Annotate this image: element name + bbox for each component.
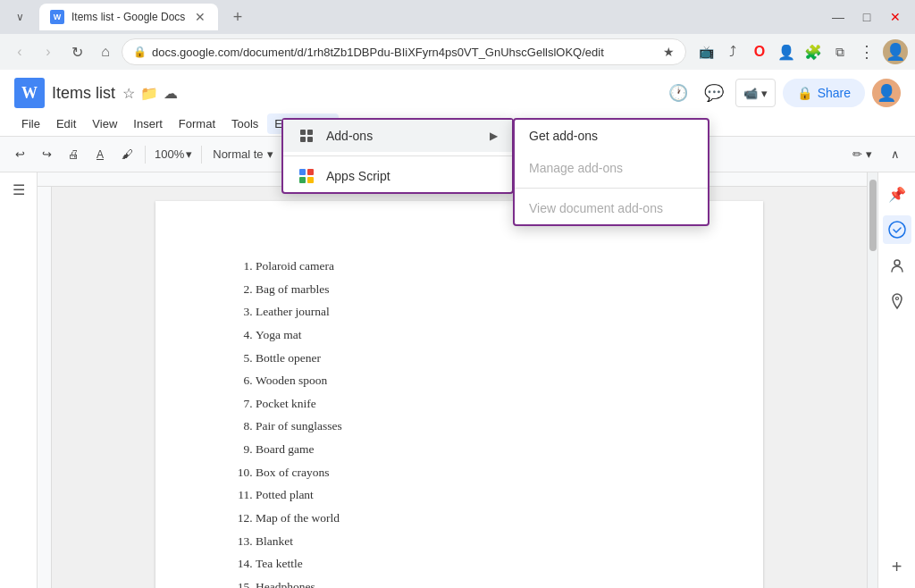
list-item: Blanket (256, 530, 692, 553)
forward-button[interactable]: › (36, 39, 61, 64)
browser-share-icon[interactable]: ⤴ (720, 39, 745, 64)
vertical-scrollbar[interactable] (867, 172, 877, 588)
outline-icon[interactable]: ☰ (13, 181, 25, 198)
svg-rect-4 (307, 130, 313, 135)
svg-rect-6 (307, 137, 313, 142)
svg-rect-7 (299, 169, 306, 175)
list-item: Wooden spoon (256, 369, 692, 392)
contacts-icon[interactable] (883, 251, 911, 280)
toolbar-divider-1 (145, 146, 146, 164)
paint-format-button[interactable]: 🖌 (114, 142, 139, 167)
style-arrow: ▾ (267, 147, 273, 161)
list-item: Headphones (256, 575, 692, 588)
user-profile-avatar[interactable]: 👤 (883, 39, 908, 64)
history-icon[interactable]: 🕐 (664, 79, 693, 107)
scrollbar-thumb[interactable] (869, 180, 877, 251)
doc-scroll-area[interactable]: Polaroid camera Bag of marbles Leather j… (38, 187, 867, 588)
redo-button[interactable]: ↪ (34, 142, 59, 167)
list-item: Leather journal (256, 300, 692, 323)
view-document-addons-item[interactable]: View document add-ons (515, 192, 708, 224)
browser-more-icon[interactable]: ⋮ (854, 39, 879, 64)
apps-script-menu-item[interactable]: Apps Script (283, 160, 512, 192)
close-button[interactable]: ✕ (883, 4, 908, 29)
title-bar: ∨ W Items list - Google Docs ✕ + — □ ✕ (0, 0, 915, 34)
list-item: Board game (256, 438, 692, 461)
docs-title-row: W Items list ☆ 📁 ☁ 🕐 💬 📹 ▾ 🔒 Share 👤 (14, 75, 901, 111)
meet-button[interactable]: 📹 ▾ (735, 79, 776, 107)
manage-addons-item[interactable]: Manage add-ons (515, 152, 708, 184)
meet-camera-icon: 📹 (743, 87, 758, 100)
vertical-ruler (38, 187, 52, 588)
maximize-button[interactable]: □ (854, 4, 879, 29)
extensions-dropdown: Add-ons ▶ Apps Script (281, 118, 514, 194)
share-button[interactable]: 🔒 Share (783, 79, 865, 107)
add-sidebar-button[interactable]: + (883, 552, 911, 581)
spellcheck-button[interactable]: A (88, 142, 113, 167)
tab-close-icon[interactable]: ✕ (193, 10, 207, 24)
opera-icon[interactable]: O (747, 39, 772, 64)
keep-icon[interactable]: 📌 (883, 180, 911, 208)
tab-active[interactable]: W Items list - Google Docs ✕ (39, 4, 218, 30)
apps-script-icon (298, 167, 315, 185)
document-list: Polaroid camera Bag of marbles Leather j… (227, 255, 692, 588)
submenu-separator (515, 188, 708, 189)
get-addons-item[interactable]: Get add-ons (515, 120, 708, 152)
folder-icon[interactable]: 📁 (140, 85, 158, 102)
bookmark-icon[interactable]: ★ (663, 45, 675, 59)
back-button[interactable]: ‹ (7, 39, 32, 64)
docs-title-icons-group: ☆ 📁 ☁ (122, 85, 178, 102)
list-item: Pair of sunglasses (256, 415, 692, 438)
toolbar-collapse-button[interactable]: ∧ (883, 142, 908, 167)
svg-rect-3 (300, 130, 306, 135)
reload-button[interactable]: ↻ (64, 39, 89, 64)
user-avatar-docs[interactable]: 👤 (872, 79, 901, 107)
addons-icon (298, 127, 315, 145)
maps-icon[interactable] (883, 287, 911, 315)
comment-icon[interactable]: 💬 (700, 79, 728, 107)
edit-mode-button[interactable]: ✏ ▾ (845, 144, 879, 164)
lock-icon: 🔒 (133, 46, 147, 58)
cloud-icon[interactable]: ☁ (164, 85, 178, 102)
nav-bar: ‹ › ↻ ⌂ 🔒 docs.google.com/document/d/1rh… (0, 34, 915, 70)
menu-tools[interactable]: Tools (224, 113, 265, 134)
minimize-button[interactable]: — (826, 4, 851, 29)
doc-area-container: Polaroid camera Bag of marbles Leather j… (38, 172, 867, 588)
tab-favicon: W (50, 10, 64, 24)
profile-icon[interactable]: 👤 (774, 39, 799, 64)
split-screen-icon[interactable]: ⧉ (827, 39, 852, 64)
nav-icons: 📺 ⤴ O 👤 🧩 ⧉ ⋮ (693, 39, 879, 64)
docs-icon-letter: W (21, 84, 38, 103)
style-text: Normal te (213, 147, 263, 161)
browser-chrome: ∨ W Items list - Google Docs ✕ + — □ ✕ ‹… (0, 0, 915, 70)
cast-icon[interactable]: 📺 (693, 39, 718, 64)
star-icon[interactable]: ☆ (122, 85, 135, 102)
address-bar[interactable]: 🔒 docs.google.com/document/d/1rh8tZb1DBP… (122, 38, 686, 65)
tab-title: Items list - Google Docs (71, 11, 185, 23)
menu-file[interactable]: File (14, 113, 47, 134)
new-tab-button[interactable]: + (225, 4, 250, 29)
home-button[interactable]: ⌂ (93, 39, 118, 64)
edit-dropdown-arrow: ▾ (866, 147, 872, 161)
menu-format[interactable]: Format (172, 113, 222, 134)
svg-rect-5 (300, 137, 306, 142)
zoom-control[interactable]: 100% ▾ (151, 142, 196, 167)
window-control-chevron[interactable]: ∨ (7, 4, 32, 29)
undo-button[interactable]: ↩ (7, 142, 32, 167)
docs-document-title[interactable]: Items list (52, 84, 115, 103)
menu-edit[interactable]: Edit (49, 113, 83, 134)
url-text: docs.google.com/document/d/1rh8tZb1DBPdu… (152, 46, 658, 59)
window-controls: — □ ✕ (826, 4, 908, 29)
list-item: Polaroid camera (256, 255, 692, 278)
list-item: Tea kettle (256, 552, 692, 575)
list-item: Box of crayons (256, 461, 692, 484)
dropdown-separator-1 (283, 155, 512, 156)
extensions-puzzle-icon[interactable]: 🧩 (801, 39, 826, 64)
style-dropdown[interactable]: Normal te ▾ (207, 142, 278, 167)
svg-rect-10 (307, 177, 314, 183)
menu-insert[interactable]: Insert (126, 113, 170, 134)
tasks-check-icon[interactable] (883, 215, 911, 244)
print-button[interactable]: 🖨 (61, 142, 86, 167)
addons-menu-item[interactable]: Add-ons ▶ (283, 120, 512, 152)
menu-view[interactable]: View (85, 113, 124, 134)
addons-label: Add-ons (326, 129, 373, 143)
